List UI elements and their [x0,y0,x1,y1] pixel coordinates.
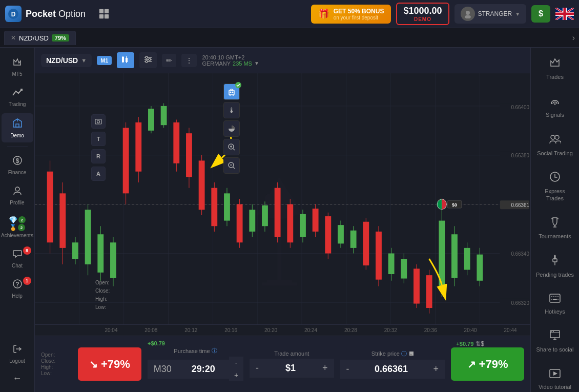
avatar [461,7,475,21]
purchase-time-help-icon[interactable]: ⓘ [212,347,217,355]
chart-t-btn[interactable]: T [91,132,106,146]
sell-button[interactable]: ↘ +79% [78,347,141,381]
svg-rect-109 [338,225,344,243]
tab-nzdusd[interactable]: ✕ NZD/USD 79% [4,31,76,45]
svg-rect-18 [555,13,574,15]
right-item-social-trading[interactable]: Social Trading [532,128,577,162]
svg-rect-121 [413,269,420,303]
account-button[interactable]: STRANGER ▼ [454,4,527,24]
period-btn-m30[interactable]: M30 [148,360,178,379]
purchase-time-group: Purchase time ⓘ M30 29:20 - + [148,347,243,381]
sidebar-label-mt5: MT5 [12,71,23,77]
svg-rect-2 [99,9,104,13]
svg-rect-5 [105,14,109,18]
chart-robot-btn[interactable] [223,84,240,100]
logo-text: Pocket Option [26,9,86,19]
right-item-video-tutorial[interactable]: Video tutorial [532,363,577,392]
svg-point-159 [97,120,100,123]
sidebar-item-chat[interactable]: 8 Chat [2,244,33,273]
sidebar-label-achievements: Achievements [1,233,33,238]
chart-main[interactable]: $0 0.66400 0.66380 0.66361 0.66340 0.663… [35,73,530,324]
chart-settings-btn[interactable] [139,52,157,68]
pair-selector[interactable]: NZD/USD ▼ [41,54,92,67]
sidebar-item-profile[interactable]: Profile [2,181,33,210]
sidebar-item-logout[interactable]: Logout [2,340,33,368]
pair-chevron-icon: ▼ [81,57,87,64]
svg-rect-3 [105,9,109,13]
chart-r-btn[interactable]: R [91,149,106,163]
svg-rect-119 [401,259,407,278]
low-label: Low: [95,303,110,312]
svg-point-35 [146,56,148,58]
gift-icon: 🎁 [318,8,329,19]
chat-icon [12,249,23,261]
deposit-button[interactable]: $ [531,5,550,23]
chart-pie-btn[interactable] [223,120,240,137]
right-item-trades[interactable]: Trades [532,52,577,86]
buy-arrow-icon: ↗ [467,358,476,370]
right-item-signals[interactable]: Signals [532,90,577,123]
amount-minus-btn[interactable]: - [250,359,265,378]
sell-percent: +79% [101,358,130,371]
ohlc-info: Open: Close: High: Low: [95,279,110,312]
svg-rect-71 [97,234,104,273]
achievements-badge-bottom: 2 [18,224,25,231]
svg-text:0.66340: 0.66340 [511,251,529,256]
low-value: Low: [41,370,72,376]
tab-scroll-right-icon[interactable]: › [572,33,575,43]
right-label-social-trading: Social Trading [537,150,573,157]
tab-close-icon[interactable]: ✕ [11,34,16,42]
sidebar-item-back[interactable]: ← [2,369,33,388]
svg-rect-129 [464,248,470,270]
chart-type-candle-btn[interactable] [117,52,134,68]
svg-rect-127 [451,234,458,278]
svg-line-152 [233,149,235,150]
sidebar-item-finance[interactable]: $ Finance [2,151,33,179]
right-item-pending-trades[interactable]: Pending trades [532,250,577,283]
chart-zoom-in-btn[interactable] [223,139,240,155]
right-item-hotkeys[interactable]: Hotkeys [532,287,577,320]
chart-a-btn[interactable]: A [91,167,106,181]
svg-rect-101 [287,204,293,243]
bonus-button[interactable]: 🎁 GET 50% BONUS on your first deposit [311,5,391,24]
time-minus-btn[interactable]: - [229,357,243,369]
strike-price-help-icon[interactable]: ⓘ [401,350,407,358]
exchange-icon[interactable]: ⇅$ [475,340,484,347]
chart-thermometer-btn[interactable]: 🌡 [223,102,240,118]
timeframe-badge[interactable]: M1 [97,56,112,65]
chart-more-btn[interactable]: ⋮ [181,54,197,67]
exchange-controls: +$0.79 ⇅$ [456,340,484,347]
sidebar-item-trading[interactable]: Trading [2,83,33,111]
svg-point-178 [551,331,552,332]
right-item-express-trades[interactable]: Express Trades [532,166,577,208]
logout-icon [12,344,23,357]
balance-amount: $1000.00 [403,6,442,16]
chart-side-buttons: T R A [91,114,106,181]
strike-minus-btn[interactable]: - [340,360,356,379]
right-label-share-social: Share to social [536,346,574,353]
balance-display[interactable]: $1000.00 DEMO [396,3,449,25]
sidebar-item-demo[interactable]: Demo [2,113,33,142]
strike-plus-btn[interactable]: + [427,360,445,379]
right-item-tournaments[interactable]: Tournaments [532,211,577,245]
sidebar-item-achievements[interactable]: 💎 2 🏅 2 Achievements [2,212,33,242]
chart-zoom-out-btn[interactable] [223,157,240,174]
svg-rect-158 [95,119,101,124]
chart-draw-btn[interactable]: ✏ [162,54,176,67]
grid-icon[interactable] [96,6,112,22]
sidebar-item-help[interactable]: ? 1 Help [2,275,33,303]
time-tick-10: 20:44 [490,327,530,333]
svg-rect-93 [237,204,243,243]
language-flag[interactable] [555,7,574,21]
svg-point-162 [551,135,555,139]
svg-rect-81 [161,106,167,125]
right-item-share-social[interactable]: Share to social [532,324,577,358]
amount-plus-btn[interactable]: + [316,359,334,378]
time-plus-btn[interactable]: + [229,369,243,381]
sidebar-item-mt5[interactable]: MT5 [2,52,33,81]
buy-button[interactable]: ↗ +79% [451,347,524,381]
svg-rect-4 [99,14,104,18]
svg-point-22 [15,187,19,191]
mt5-icon [12,56,23,70]
chart-snapshot-btn[interactable] [91,114,106,129]
